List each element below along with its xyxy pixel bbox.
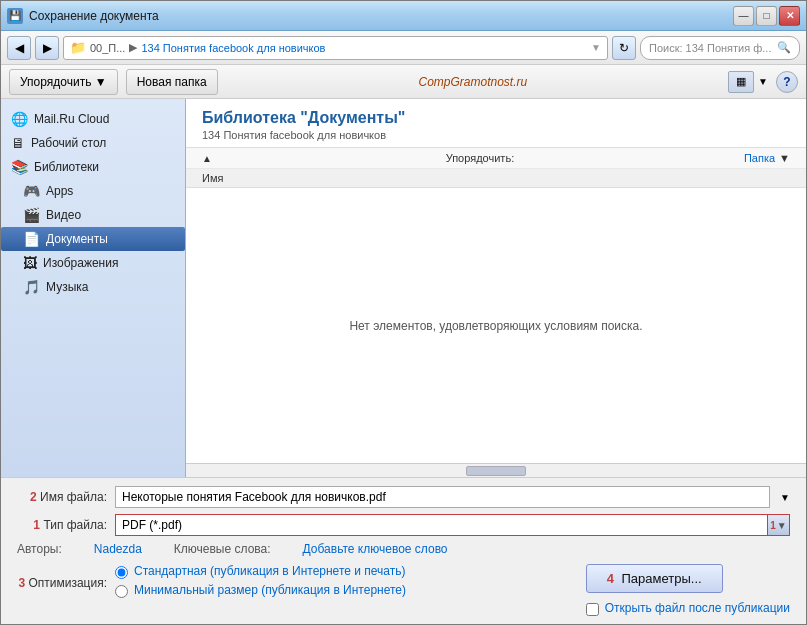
sidebar-item-label: Музыка <box>46 280 88 294</box>
sort-value[interactable]: Папка <box>744 152 775 164</box>
images-icon: 🖼 <box>23 255 37 271</box>
help-button[interactable]: ? <box>776 71 798 93</box>
filename-input[interactable] <box>115 486 770 508</box>
library-subtitle: 134 Понятия facebook для новичков <box>202 129 790 141</box>
close-button[interactable]: ✕ <box>779 6 800 26</box>
filename-row: 2 Имя файла: ▼ <box>17 486 790 508</box>
radio-standard-label: Стандартная (публикация в Интернете и пе… <box>134 564 405 578</box>
forward-button[interactable]: ▶ <box>35 36 59 60</box>
view-options: ▦ ▼ <box>728 71 768 93</box>
options-row: 3 Оптимизация: Стандартная (публикация в… <box>17 564 790 616</box>
back-button[interactable]: ◀ <box>7 36 31 60</box>
sidebar-item-mail-ru-cloud[interactable]: 🌐 Mail.Ru Cloud <box>1 107 185 131</box>
sidebar-item-label: Apps <box>46 184 73 198</box>
address-dropdown-arrow[interactable]: ▼ <box>591 42 601 53</box>
meta-row: Авторы: Nadezda Ключевые слова: Добавьте… <box>17 542 790 556</box>
sidebar-item-label: Документы <box>46 232 108 246</box>
sidebar-item-label: Рабочий стол <box>31 136 106 150</box>
filetype-row: 1 Тип файла: PDF (*.pdf) 1 ▼ <box>17 514 790 536</box>
organize-button[interactable]: Упорядочить ▼ <box>9 69 118 95</box>
radio-standard: Стандартная (публикация в Интернете и пе… <box>115 564 566 579</box>
open-after-publish-checkbox[interactable] <box>586 603 599 616</box>
view-dropdown-arrow[interactable]: ▼ <box>758 76 768 87</box>
save-document-dialog: 💾 Сохранение документа — □ ✕ ◀ ▶ 📁 00_П.… <box>0 0 807 625</box>
sidebar-item-music[interactable]: 🎵 Музыка <box>1 275 185 299</box>
content-panel: Библиотека "Документы" 134 Понятия faceb… <box>186 99 806 477</box>
keywords-value[interactable]: Добавьте ключевое слово <box>303 542 448 556</box>
refresh-button[interactable]: ↻ <box>612 36 636 60</box>
documents-icon: 📄 <box>23 231 40 247</box>
filetype-select[interactable]: PDF (*.pdf) <box>115 514 768 536</box>
address-bar[interactable]: 📁 00_П... ▶ 134 Понятия facebook для нов… <box>63 36 608 60</box>
params-btn-num: 4 <box>607 571 614 586</box>
keywords-label: Ключевые слова: <box>174 542 271 556</box>
sidebar-item-desktop[interactable]: 🖥 Рабочий стол <box>1 131 185 155</box>
sidebar-item-images[interactable]: 🖼 Изображения <box>1 251 185 275</box>
filetype-dropdown-arrow[interactable]: 1 ▼ <box>768 514 790 536</box>
filetype-num: 1 <box>33 518 40 532</box>
window-icon: 💾 <box>7 8 23 24</box>
sidebar-item-label: Видео <box>46 208 81 222</box>
new-folder-label: Новая папка <box>137 75 207 89</box>
opt-label-text: Оптимизация: <box>28 576 107 590</box>
filetype-value: PDF (*.pdf) <box>122 518 182 532</box>
sidebar-item-documents[interactable]: 📄 Документы <box>1 227 185 251</box>
optimization-section: 3 Оптимизация: Стандартная (публикация в… <box>17 564 566 608</box>
libraries-icon: 📚 <box>11 159 28 175</box>
content-body: Нет элементов, удовлетворяющих условиям … <box>186 188 806 463</box>
radio-minimal-label: Минимальный размер (публикация в Интерне… <box>134 583 406 597</box>
filename-label: 2 Имя файла: <box>17 490 107 504</box>
main-area: 🌐 Mail.Ru Cloud 🖥 Рабочий стол 📚 Библиот… <box>1 99 806 477</box>
site-name: CompGramotnost.ru <box>226 75 721 89</box>
video-icon: 🎬 <box>23 207 40 223</box>
empty-message: Нет элементов, удовлетворяющих условиям … <box>349 319 642 333</box>
window-controls: — □ ✕ <box>733 6 800 26</box>
horizontal-scrollbar[interactable] <box>186 463 806 477</box>
authors-label: Авторы: <box>17 542 62 556</box>
command-toolbar: Упорядочить ▼ Новая папка CompGramotnost… <box>1 65 806 99</box>
radio-standard-input[interactable] <box>115 566 128 579</box>
sidebar-item-apps[interactable]: 🎮 Apps <box>1 179 185 203</box>
minimize-button[interactable]: — <box>733 6 754 26</box>
radio-minimal-input[interactable] <box>115 585 128 598</box>
right-options: 4 Параметры... Открыть файл после публик… <box>586 564 790 616</box>
sort-arrow[interactable]: ▼ <box>779 152 790 164</box>
sidebar: 🌐 Mail.Ru Cloud 🖥 Рабочий стол 📚 Библиот… <box>1 99 186 477</box>
address-part1: 00_П... <box>90 42 125 54</box>
params-button[interactable]: 4 Параметры... <box>586 564 723 593</box>
bottom-form-area: 2 Имя файла: ▼ 1 Тип файла: PDF (*.pdf) … <box>1 477 806 624</box>
optimization-label-row: 3 Оптимизация: Стандартная (публикация в… <box>17 564 566 602</box>
scroll-thumb[interactable] <box>466 466 526 476</box>
filetype-label: 1 Тип файла: <box>17 518 107 532</box>
filetype-dropdown-wrap: PDF (*.pdf) 1 ▼ <box>115 514 790 536</box>
filename-dropdown-arrow[interactable]: ▼ <box>780 492 790 503</box>
open-after-publish-row: Открыть файл после публикации <box>586 601 790 616</box>
filename-num: 2 <box>30 490 37 504</box>
search-bar[interactable]: Поиск: 134 Понятия ф... 🔍 <box>640 36 800 60</box>
sidebar-item-label: Изображения <box>43 256 118 270</box>
address-part2: 134 Понятия facebook для новичков <box>141 42 325 54</box>
sort-right: Папка ▼ <box>744 152 790 164</box>
music-icon: 🎵 <box>23 279 40 295</box>
view-button[interactable]: ▦ <box>728 71 754 93</box>
library-title: Библиотека "Документы" <box>202 109 790 127</box>
content-header: Библиотека "Документы" 134 Понятия faceb… <box>186 99 806 148</box>
authors-value[interactable]: Nadezda <box>94 542 142 556</box>
search-icon[interactable]: 🔍 <box>777 41 791 54</box>
filename-label-text: Имя файла: <box>40 490 107 504</box>
open-after-publish-label: Открыть файл после публикации <box>605 601 790 615</box>
cloud-icon: 🌐 <box>11 111 28 127</box>
sidebar-item-libraries[interactable]: 📚 Библиотеки <box>1 155 185 179</box>
search-placeholder: Поиск: 134 Понятия ф... <box>649 42 771 54</box>
maximize-button[interactable]: □ <box>756 6 777 26</box>
filetype-label-text: Тип файла: <box>43 518 107 532</box>
address-separator1: ▶ <box>129 41 137 54</box>
radio-minimal: Минимальный размер (публикация в Интерне… <box>115 583 566 598</box>
dropdown-chevron-icon: ▼ <box>777 520 787 531</box>
sidebar-item-label: Библиотеки <box>34 160 99 174</box>
params-btn-label: Параметры... <box>621 571 701 586</box>
new-folder-button[interactable]: Новая папка <box>126 69 218 95</box>
folder-icon: 📁 <box>70 40 86 55</box>
sidebar-item-video[interactable]: 🎬 Видео <box>1 203 185 227</box>
opt-label-num: 3 <box>18 576 25 590</box>
